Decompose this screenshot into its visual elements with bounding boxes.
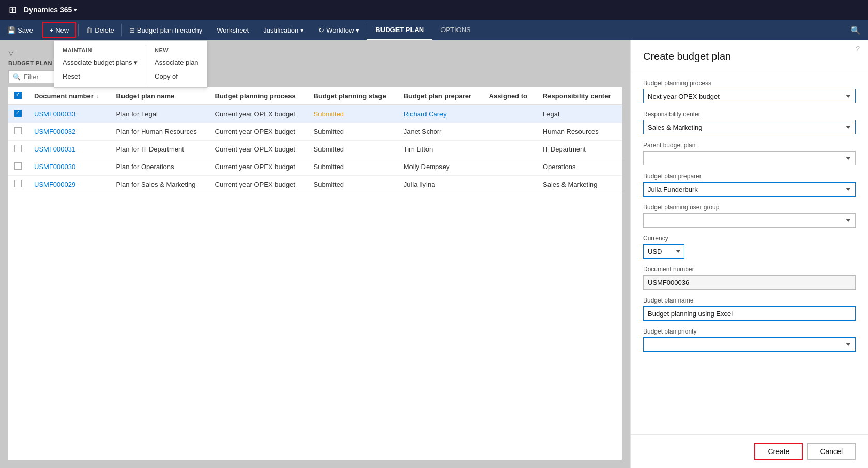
budget-plan-priority-select[interactable]	[643, 337, 856, 352]
row-checkbox[interactable]	[14, 162, 22, 170]
col-stage-label: Budget planning stage	[314, 92, 386, 100]
budget-hierarchy-button[interactable]: ⊞ Budget plan hierarchy	[122, 20, 209, 40]
filter-funnel-icon[interactable]: ▽	[8, 49, 14, 57]
new-button[interactable]: + New	[42, 22, 77, 38]
col-preparer: Budget plan preparer	[398, 87, 483, 105]
row-assigned	[483, 105, 537, 123]
table-row[interactable]: USMF000033 Plan for Legal Current year O…	[8, 105, 622, 123]
filter-search-icon: 🔍	[13, 73, 21, 81]
reset-label: Reset	[63, 72, 80, 80]
responsibility-center-select[interactable]: Sales & Marketing	[643, 120, 856, 134]
command-bar-area: 💾 Save + New 🗑 Delete ⊞ Budget plan hier…	[0, 20, 868, 40]
left-panel: ▽ BUDGET PLAN 🔍 Document number ↓	[0, 40, 630, 468]
row-responsibility: Sales & Marketing	[537, 176, 622, 193]
col-plan-name-label: Budget plan name	[116, 92, 175, 100]
table-row[interactable]: USMF000030 Plan for Operations Current y…	[8, 158, 622, 176]
table-row[interactable]: USMF000029 Plan for Sales & Marketing Cu…	[8, 176, 622, 193]
row-responsibility: Operations	[537, 158, 622, 176]
copy-of-item[interactable]: Copy of	[146, 69, 207, 83]
document-number-input	[643, 275, 856, 290]
row-check-cell	[8, 176, 28, 193]
parent-budget-plan-select[interactable]	[643, 151, 856, 165]
save-button[interactable]: 💾 Save	[0, 20, 40, 40]
budget-plan-priority-group: Budget plan priority	[643, 328, 856, 352]
associate-budget-plans-item[interactable]: Associate budget plans ▾	[54, 55, 146, 69]
delete-button[interactable]: 🗑 Delete	[79, 20, 121, 40]
table-row[interactable]: USMF000031 Plan for IT Department Curren…	[8, 141, 622, 158]
row-doc-number[interactable]: USMF000029	[28, 176, 110, 193]
panel-title: Create budget plan	[643, 51, 856, 63]
row-doc-number[interactable]: USMF000033	[28, 105, 110, 123]
budget-plan-preparer-label: Budget plan preparer	[643, 173, 856, 180]
reset-item[interactable]: Reset	[54, 69, 146, 83]
table-row[interactable]: USMF000032 Plan for Human Resources Curr…	[8, 123, 622, 141]
search-button[interactable]: 🔍	[843, 20, 868, 40]
maintain-header: MAINTAIN	[54, 45, 146, 55]
budget-plan-preparer-group: Budget plan preparer Julia Funderburk	[643, 173, 856, 197]
app-grid-icon[interactable]: ⊞	[5, 3, 20, 17]
row-responsibility: Legal	[537, 105, 622, 123]
row-check-cell	[8, 105, 28, 123]
main-content: ▽ BUDGET PLAN 🔍 Document number ↓	[0, 40, 868, 468]
user-group-label: Budget planning user group	[643, 204, 856, 211]
search-icon: 🔍	[850, 25, 861, 35]
budget-planning-process-group: Budget planning process Next year OPEX b…	[643, 80, 856, 103]
associate-plan-item[interactable]: Associate plan	[146, 55, 207, 69]
document-number-label: Document number	[643, 266, 856, 273]
row-preparer: Richard Carey	[398, 105, 483, 123]
panel-header: Create budget plan	[631, 40, 868, 71]
user-group-select[interactable]	[643, 213, 856, 228]
budget-planning-process-select[interactable]: Next year OPEX budget	[643, 89, 856, 103]
row-checkbox[interactable]	[14, 145, 22, 152]
cancel-button[interactable]: Cancel	[807, 443, 856, 460]
hierarchy-icon: ⊞	[129, 26, 135, 34]
budget-plan-name-label: Budget plan name	[643, 297, 856, 304]
budget-plan-table-container: Document number ↓ Budget plan name Budge…	[8, 87, 622, 460]
select-all-checkbox[interactable]	[14, 92, 22, 99]
new-label: New	[55, 26, 69, 34]
associate-plan-label: Associate plan	[155, 58, 199, 66]
justification-label: Justification	[263, 26, 298, 34]
create-button[interactable]: Create	[754, 443, 803, 460]
maintain-column: MAINTAIN Associate budget plans ▾ Reset	[54, 41, 146, 87]
grid-icon: ⊞	[9, 4, 17, 16]
parent-budget-plan-label: Parent budget plan	[643, 142, 856, 149]
worksheet-button[interactable]: Worksheet	[209, 20, 256, 40]
row-preparer: Tim Litton	[398, 141, 483, 158]
row-process: Current year OPEX budget	[209, 123, 308, 141]
row-checkbox[interactable]	[14, 127, 22, 134]
col-preparer-label: Budget plan preparer	[404, 92, 471, 100]
currency-select[interactable]: USD	[643, 244, 684, 259]
col-doc-number-label: Document number	[34, 92, 94, 100]
workflow-button[interactable]: ↻ Workflow ▾	[311, 20, 367, 40]
hierarchy-label: Budget plan hierarchy	[137, 26, 202, 34]
row-checkbox[interactable]	[14, 110, 22, 117]
row-assigned	[483, 176, 537, 193]
row-doc-number[interactable]: USMF000032	[28, 123, 110, 141]
tab-options[interactable]: OPTIONS	[432, 20, 479, 40]
responsibility-center-group: Responsibility center Sales & Marketing	[643, 111, 856, 134]
row-check-cell	[8, 123, 28, 141]
workflow-chevron-icon: ▾	[356, 26, 359, 34]
new-plus-icon: +	[50, 26, 54, 34]
row-doc-number[interactable]: USMF000030	[28, 158, 110, 176]
row-stage: Submitted	[308, 105, 398, 123]
new-dropdown-menu: MAINTAIN Associate budget plans ▾ Reset …	[54, 40, 207, 88]
justification-button[interactable]: Justification ▾	[256, 20, 311, 40]
budget-plan-name-input[interactable]	[643, 306, 856, 321]
command-bar: 💾 Save + New 🗑 Delete ⊞ Budget plan hier…	[0, 20, 868, 40]
app-chevron-icon[interactable]: ▾	[74, 7, 77, 13]
budget-plan-preparer-select[interactable]: Julia Funderburk	[643, 182, 856, 197]
row-checkbox[interactable]	[14, 180, 22, 187]
row-doc-number[interactable]: USMF000031	[28, 141, 110, 158]
row-process: Current year OPEX budget	[209, 141, 308, 158]
sort-icon[interactable]: ↓	[96, 94, 99, 99]
app-title: Dynamics 365 ▾	[24, 6, 77, 14]
right-panel: ? Create budget plan Budget planning pro…	[630, 40, 868, 468]
help-icon[interactable]: ?	[856, 44, 860, 53]
col-process-label: Budget planning process	[215, 92, 296, 100]
tab-budget-plan[interactable]: BUDGET PLAN	[367, 20, 432, 40]
row-stage: Submitted	[308, 176, 398, 193]
row-plan-name: Plan for Sales & Marketing	[110, 176, 209, 193]
col-plan-name: Budget plan name	[110, 87, 209, 105]
